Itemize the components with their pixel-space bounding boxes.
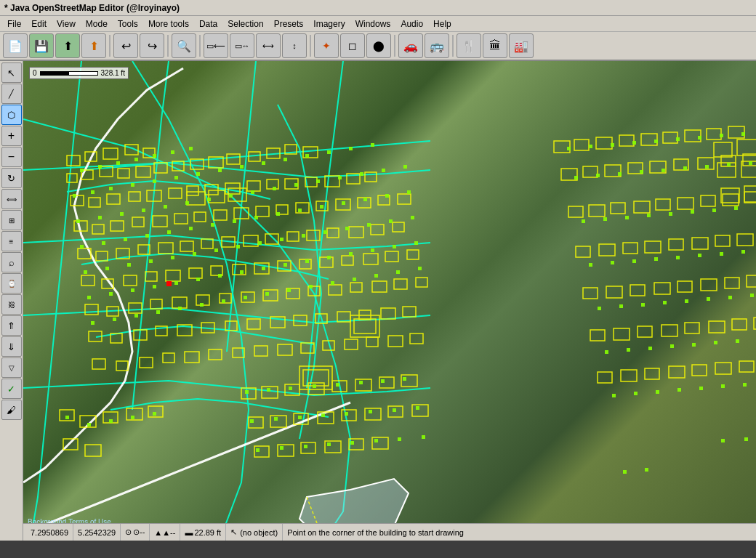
menu-data[interactable]: Data: [195, 17, 222, 31]
svg-rect-266: [338, 176, 342, 179]
svg-rect-315: [371, 248, 374, 252]
save-button[interactable]: ⬆: [55, 33, 80, 58]
align-button[interactable]: ⊞: [1, 210, 22, 230]
menu-presets[interactable]: Presets: [270, 17, 308, 31]
draw-area-button[interactable]: ⬤: [366, 33, 391, 58]
svg-rect-366: [698, 254, 701, 257]
svg-rect-162: [701, 195, 715, 206]
menu-help[interactable]: Help: [429, 17, 456, 31]
map-area[interactable]: 0 328.1 ft bing Background Terms of Use …: [23, 61, 756, 541]
svg-rect-235: [134, 158, 138, 161]
svg-rect-335: [589, 145, 592, 148]
upload-button[interactable]: ⬆: [81, 33, 106, 58]
svg-rect-341: [720, 134, 723, 137]
car-preset-button[interactable]: 🚗: [398, 33, 423, 58]
svg-rect-174: [606, 286, 622, 298]
svg-rect-288: [127, 263, 131, 267]
zoom-in-button[interactable]: +: [1, 126, 22, 146]
svg-rect-347: [662, 169, 665, 172]
svg-rect-309: [240, 270, 244, 274]
building-preset-button[interactable]: 🏛: [483, 33, 507, 58]
svg-rect-105: [329, 285, 342, 295]
svg-rect-410: [65, 416, 69, 419]
svg-rect-281: [320, 205, 323, 209]
history-button[interactable]: ⌚: [1, 273, 22, 294]
select-mode-button[interactable]: ↖: [1, 62, 22, 83]
svg-rect-271: [102, 241, 105, 245]
menu-imagery[interactable]: Imagery: [309, 17, 349, 31]
draw-way-left-button[interactable]: ╱: [1, 84, 22, 104]
svg-rect-168: [645, 241, 661, 253]
undo-button[interactable]: ↩: [113, 33, 138, 58]
rotate-button[interactable]: ↻: [1, 168, 22, 188]
menu-audio[interactable]: Audio: [396, 17, 427, 31]
svg-rect-407: [374, 439, 378, 442]
open-button[interactable]: 💾: [29, 33, 54, 58]
search-left-button[interactable]: ⌕: [1, 252, 22, 272]
menu-view[interactable]: View: [52, 17, 80, 31]
select-sub-button[interactable]: ↕: [282, 33, 307, 58]
svg-rect-214: [685, 323, 699, 333]
menu-selection[interactable]: Selection: [223, 17, 268, 31]
bus-preset-button[interactable]: 🚌: [425, 33, 449, 58]
paint-button[interactable]: 🖌: [1, 400, 22, 420]
svg-rect-160: [656, 199, 670, 210]
svg-rect-412: [109, 419, 113, 423]
svg-rect-352: [582, 219, 585, 223]
svg-rect-176: [654, 283, 670, 294]
svg-rect-311: [284, 263, 287, 267]
svg-rect-240: [91, 190, 94, 194]
menu-more-tools[interactable]: More tools: [144, 17, 193, 31]
draw-node-button[interactable]: ✦: [314, 33, 339, 58]
relation-button[interactable]: ⛓: [1, 294, 22, 315]
mirror-button[interactable]: ⟺: [1, 189, 22, 209]
svg-rect-173: [583, 288, 598, 299]
svg-rect-197: [270, 416, 286, 427]
layers-button[interactable]: ≡: [1, 231, 22, 251]
zoom-to-button[interactable]: 🔍: [172, 33, 196, 58]
svg-rect-25: [169, 188, 182, 198]
select-rect-button[interactable]: ▭⟵: [204, 33, 228, 58]
svg-rect-286: [84, 270, 87, 274]
svg-rect-237: [171, 150, 174, 154]
food-preset-button[interactable]: 🍴: [457, 33, 481, 58]
menu-windows[interactable]: Windows: [351, 17, 395, 31]
download-button[interactable]: ⇓: [1, 336, 22, 357]
svg-rect-244: [174, 176, 178, 179]
svg-rect-345: [618, 172, 622, 176]
new-button[interactable]: 📄: [3, 33, 28, 58]
svg-rect-403: [280, 446, 284, 450]
validate-button[interactable]: ✓: [1, 379, 22, 399]
svg-rect-233: [98, 165, 102, 169]
svg-rect-38: [110, 221, 124, 231]
app-title: * Java OpenStreetMap Editor (@lroyinayo): [4, 3, 180, 13]
toolbar-sep-5: [394, 35, 395, 57]
menu-edit[interactable]: Edit: [27, 17, 51, 31]
svg-rect-306: [174, 281, 178, 285]
menu-bar: File Edit View Mode Tools More tools Dat…: [0, 16, 756, 32]
draw-way-button[interactable]: ◻: [340, 33, 365, 58]
select-add-button[interactable]: ⟷: [256, 33, 281, 58]
zoom-out-button[interactable]: −: [1, 147, 22, 167]
svg-rect-149: [187, 192, 205, 205]
svg-rect-93: [407, 250, 419, 259]
menu-tools[interactable]: Tools: [113, 17, 142, 31]
draw-area-left-button[interactable]: ⬡: [1, 105, 22, 125]
filter-button[interactable]: ▽: [1, 357, 22, 378]
svg-rect-81: [145, 272, 157, 281]
menu-file[interactable]: File: [3, 17, 25, 31]
menu-mode[interactable]: Mode: [81, 17, 112, 31]
svg-rect-268: [382, 169, 385, 172]
industry-preset-button[interactable]: 🏭: [509, 33, 534, 58]
svg-rect-296: [302, 234, 305, 238]
svg-rect-243: [153, 179, 156, 183]
svg-rect-70: [574, 140, 589, 150]
svg-rect-283: [363, 198, 367, 201]
svg-rect-382: [692, 343, 696, 347]
upload-left-button[interactable]: ⇑: [1, 315, 22, 336]
svg-rect-255: [98, 216, 102, 219]
svg-rect-109: [416, 278, 427, 287]
svg-rect-289: [149, 259, 153, 263]
select-lasso-button[interactable]: ▭↔: [230, 33, 254, 58]
redo-button[interactable]: ↪: [140, 33, 164, 58]
